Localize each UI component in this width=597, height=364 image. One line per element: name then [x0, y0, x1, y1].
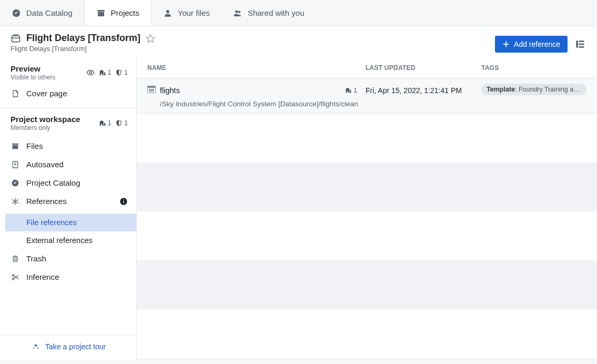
empty-stripes: [137, 114, 597, 360]
asterisk-icon: [11, 197, 20, 206]
workspace-title: Project workspace: [11, 115, 80, 124]
preview-subtitle: Visible to others: [11, 74, 55, 81]
svg-rect-7: [579, 44, 584, 45]
col-header-last-updated[interactable]: LAST UPDATED: [366, 64, 481, 72]
tab-your-files[interactable]: Your files: [151, 0, 221, 26]
svg-rect-3: [12, 36, 20, 42]
sidebar-item-label: Inference: [26, 272, 128, 281]
sidebar-item-file-references[interactable]: File references: [5, 214, 136, 231]
sidebar-item-trash[interactable]: Trash: [0, 249, 136, 268]
sidebar-item-label: References: [26, 197, 113, 206]
shield-count-badge[interactable]: 1: [115, 119, 128, 127]
svg-rect-13: [123, 199, 124, 200]
table-row[interactable]: flights 1 Fri, Apr 15, 2022, 1:21:41 PM …: [137, 78, 597, 114]
archive-icon: [96, 8, 106, 18]
col-header-tags[interactable]: TAGS: [481, 64, 586, 72]
page-title: Flight Delays [Transform]: [26, 33, 140, 44]
add-reference-button[interactable]: Add reference: [495, 36, 568, 53]
document-icon: [11, 89, 20, 98]
users-icon: [233, 8, 242, 18]
tab-projects[interactable]: Projects: [84, 0, 151, 26]
project-tour-link[interactable]: Take a project tour: [32, 342, 106, 351]
star-icon[interactable]: [146, 34, 155, 43]
row-name: flights: [160, 86, 180, 95]
sidebar-footer: Take a project tour: [0, 335, 136, 360]
tab-shared-with-you[interactable]: Shared with you: [221, 0, 316, 26]
badge-check-icon: [11, 179, 20, 187]
col-header-name[interactable]: NAME: [147, 64, 366, 72]
sidebar-item-label: Trash: [26, 254, 128, 263]
table-header: NAME LAST UPDATED TAGS: [137, 58, 597, 78]
project-icon: [11, 33, 21, 44]
plus-icon: [502, 41, 510, 48]
eye-icon[interactable]: [86, 68, 95, 77]
user-icon: [163, 8, 173, 18]
svg-rect-12: [123, 200, 124, 203]
sidebar-item-label: External references: [26, 236, 128, 245]
tab-label: Data Catalog: [26, 8, 73, 17]
trash-icon: [11, 255, 20, 263]
button-label: Add reference: [514, 40, 560, 48]
svg-rect-8: [579, 46, 584, 48]
sidebar-item-external-references[interactable]: External references: [5, 231, 136, 249]
sidebar: Preview Visible to others 1 1: [0, 58, 137, 360]
top-tabs: Data Catalog Projects Your files Shared …: [0, 0, 597, 26]
page-header: Flight Delays [Transform] Flight Delays …: [0, 26, 597, 58]
scissors-icon: [11, 273, 20, 281]
sidebar-item-label: File references: [26, 218, 128, 227]
org-count-badge[interactable]: 1: [99, 69, 112, 76]
svg-rect-5: [576, 41, 578, 47]
sidebar-item-label: Project Catalog: [26, 178, 128, 187]
svg-marker-4: [147, 34, 155, 42]
breadcrumb[interactable]: Flight Delays [Transform]: [11, 45, 155, 53]
tab-data-catalog[interactable]: Data Catalog: [0, 0, 84, 26]
workspace-nav: Files Autosaved Project Catalog Referenc…: [0, 134, 136, 286]
workspace-subtitle: Members only: [11, 124, 80, 132]
tab-label: Shared with you: [248, 8, 305, 17]
tag-pill[interactable]: Template: Foundry Training and R…: [481, 84, 586, 95]
row-path: /Sky Industries/Flight Control System [D…: [147, 97, 586, 109]
svg-point-9: [89, 72, 92, 74]
dataset-icon: [147, 86, 156, 95]
row-last-updated: Fri, Apr 15, 2022, 1:21:41 PM: [366, 86, 481, 95]
sidebar-item-label: Autosaved: [26, 160, 128, 169]
shield-count-badge[interactable]: 1: [115, 69, 128, 76]
row-org-badge: 1: [345, 87, 366, 94]
preview-title: Preview: [11, 64, 55, 73]
tour-link-label: Take a project tour: [45, 342, 106, 351]
sidebar-item-project-catalog[interactable]: Project Catalog: [0, 174, 136, 192]
svg-rect-6: [579, 41, 584, 42]
tab-label: Projects: [111, 8, 139, 17]
org-count-badge[interactable]: 1: [99, 119, 112, 127]
main-content: NAME LAST UPDATED TAGS flights 1 Fri, Ap…: [137, 58, 597, 360]
tab-label: Your files: [178, 8, 210, 17]
sidebar-item-files[interactable]: Files: [0, 137, 136, 155]
sidebar-item-references[interactable]: References: [0, 192, 136, 210]
sidebar-item-autosaved[interactable]: Autosaved: [0, 155, 136, 174]
svg-point-2: [238, 11, 241, 13]
sparkle-icon: [32, 342, 40, 351]
sidebar-item-label: Cover page: [26, 89, 119, 98]
sidebar-item-inference[interactable]: Inference: [0, 268, 136, 286]
view-toggle-button[interactable]: [574, 38, 586, 50]
archive-icon: [11, 142, 20, 150]
sidebar-item-cover-page[interactable]: Cover page: [11, 84, 128, 103]
svg-point-1: [235, 10, 238, 13]
sidebar-item-label: Files: [26, 141, 128, 150]
sidebar-preview-section: Preview Visible to others 1 1: [0, 58, 136, 108]
sidebar-workspace-section: Project workspace Members only 1 1: [0, 108, 136, 134]
svg-point-0: [166, 10, 169, 13]
info-icon[interactable]: [119, 197, 128, 206]
badge-check-icon: [12, 8, 21, 18]
page-icon: [11, 160, 20, 169]
row-tags: Template: Foundry Training and R…: [481, 84, 586, 97]
